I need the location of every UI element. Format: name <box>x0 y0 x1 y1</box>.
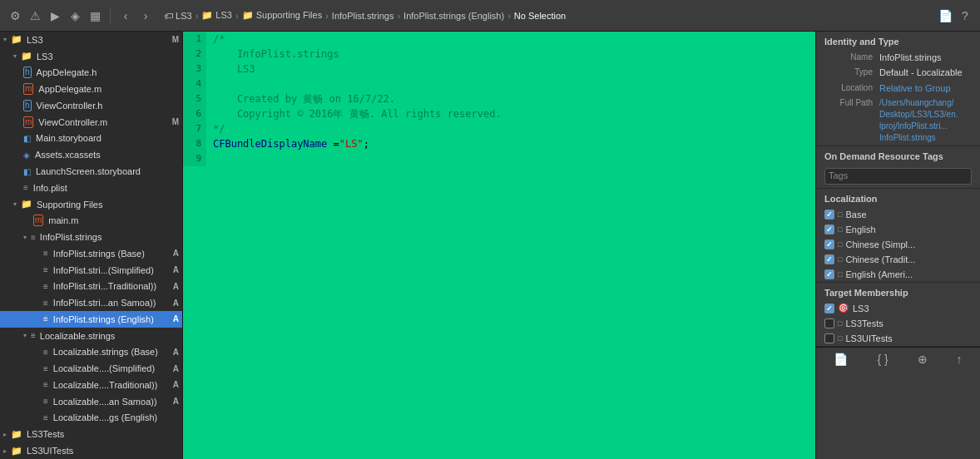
run-stop-icon[interactable]: ▶ <box>47 7 63 24</box>
code-line-6: Copyright © 2016年 黄畅. All rights reserve… <box>213 106 809 121</box>
h-icon2: h <box>23 100 32 111</box>
sidebar-item-ls3-root[interactable]: ▾ 📁 LS3 M <box>0 32 182 48</box>
infoplist-english-badge: A <box>173 314 179 323</box>
launch-icon: ◧ <box>23 167 31 176</box>
localization-base-checkbox[interactable]: ✓ <box>824 210 834 220</box>
sidebar-item-main-m[interactable]: m main.m <box>0 212 182 229</box>
help-icon[interactable]: ? <box>957 7 973 24</box>
inspector-type-row: Type Default - Localizable <box>816 65 980 80</box>
sidebar-label-ls3-root: LS3 <box>27 35 43 45</box>
sidebar-label-ls3uitests: LS3UITests <box>27 446 73 456</box>
sidebar-item-localizable-english[interactable]: ≡ Localizable....gs (English) <box>0 410 182 427</box>
inspector-code-icon[interactable]: { } <box>872 351 893 368</box>
sidebar-item-ls3uitests[interactable]: ▸ 📁 LS3UITests <box>0 442 182 459</box>
sidebar-item-infoplist-english[interactable]: ≡ InfoPlist.strings (English) A <box>0 311 182 328</box>
sep1 <box>110 7 111 24</box>
inspector-type-label: Type <box>824 67 873 76</box>
triangle-infoplist-group: ▾ <box>23 234 27 241</box>
strings-icon5: ≡ <box>43 314 48 323</box>
nav-forward[interactable]: › <box>137 7 154 24</box>
localization-base-icon: □ <box>838 210 842 219</box>
localization-en-ameri-label: English (Ameri... <box>845 269 913 279</box>
inspector-location-value[interactable]: Relative to Group <box>879 82 951 94</box>
bc-supporting[interactable]: 📁 Supporting Files <box>242 10 323 21</box>
sidebar-item-main-storyboard[interactable]: ◧ Main.storyboard <box>0 131 182 147</box>
inspector-doc-icon[interactable]: 📄 <box>829 351 853 368</box>
target-ls3uitests-row: □ LS3UITests <box>816 331 980 346</box>
sidebar-item-localizable-group[interactable]: ▾ ≡ Localizable.strings <box>0 328 182 344</box>
sidebar-item-infoplist-traditional[interactable]: ≡ InfoPlist.stri...Traditional)) A <box>0 278 182 294</box>
target-ls3tests-checkbox[interactable] <box>824 318 834 328</box>
file-icon[interactable]: 📄 <box>937 7 953 24</box>
sidebar-item-ls3tests[interactable]: ▸ 📁 LS3Tests <box>0 426 182 442</box>
inspector-identity-section: Identity and Type Name InfoPlist.strings… <box>816 32 980 146</box>
sidebar-item-supporting-files[interactable]: ▾ 📁 Supporting Files <box>0 196 182 213</box>
sidebar-item-viewcontroller-m[interactable]: m ViewController.m M <box>0 114 182 131</box>
inspector-tags-box[interactable]: Tags <box>824 168 972 185</box>
bc-infoplist[interactable]: InfoPlist.strings <box>332 11 394 21</box>
sidebar-item-infoplist[interactable]: ≡ Info.plist <box>0 180 182 196</box>
warning-icon[interactable]: ⚠ <box>27 7 43 24</box>
sidebar-item-appdelegate-h[interactable]: h AppDelegate.h <box>0 65 182 81</box>
triangle-icon: ▾ <box>3 36 7 43</box>
editor[interactable]: 12345 6789 /* InfoPlist.strings LS3 Crea… <box>183 32 815 459</box>
sidebar-item-ls3[interactable]: ▾ 📁 LS3 <box>0 48 182 65</box>
ls3-folder-icon: 📁 <box>21 51 32 62</box>
sidebar-label-viewcontroller-h: ViewController.h <box>37 101 103 111</box>
sidebar-label-localizable-base: Localizable.strings (Base) <box>53 347 158 357</box>
localization-en-ameri-row: ✓ □ English (Ameri... <box>816 267 980 282</box>
loc-icon3: ≡ <box>43 380 48 389</box>
localization-zh-simp-label: Chinese (Simpl... <box>845 239 915 249</box>
sidebar-label-viewcontroller-m: ViewController.m <box>38 117 107 127</box>
strings-icon4: ≡ <box>43 299 48 308</box>
ls3tests-folder-icon: 📁 <box>11 429 22 440</box>
sidebar-item-launchscreen[interactable]: ◧ LaunchScreen.storyboard <box>0 163 182 180</box>
sidebar-item-infoplist-simplified[interactable]: ≡ InfoPlist.stri...(Simplified) A <box>0 262 182 279</box>
sidebar-label-appdelegate-h: AppDelegate.h <box>37 67 97 77</box>
build-icon[interactable]: ⚙ <box>7 7 23 24</box>
inspector-fullpath-label: Full Path <box>824 97 873 107</box>
inspector-bottom-toolbar: 📄 { } ⊕ ↑ <box>816 347 980 371</box>
localizable-samoa-badge: A <box>173 397 179 406</box>
localization-en-ameri-icon: □ <box>838 270 842 279</box>
sidebar-item-localizable-base[interactable]: ≡ Localizable.strings (Base) A <box>0 344 182 361</box>
target-ls3-checkbox[interactable]: ✓ <box>824 304 834 313</box>
localization-english-checkbox[interactable]: ✓ <box>824 225 834 234</box>
sidebar-item-localizable-traditional[interactable]: ≡ Localizable....Traditional)) A <box>0 377 182 393</box>
inspector-identity-title: Identity and Type <box>816 32 980 50</box>
bc-no-selection: No Selection <box>514 11 566 21</box>
target-ls3uitests-checkbox[interactable] <box>824 333 834 343</box>
toolbar-right: 📄 ? <box>937 7 973 24</box>
sidebar-item-localizable-simplified[interactable]: ≡ Localizable....(Simplified) A <box>0 360 182 377</box>
loc-icon5: ≡ <box>43 413 48 422</box>
sidebar-item-infoplist-base[interactable]: ≡ InfoPlist.strings (Base) A <box>0 245 182 262</box>
sidebar-item-viewcontroller-h[interactable]: h ViewController.h <box>0 97 182 114</box>
localization-en-ameri-checkbox[interactable]: ✓ <box>824 269 834 279</box>
inspector-type-value: Default - Localizable <box>879 67 963 78</box>
bc-ls3-2[interactable]: 📁 LS3 <box>201 10 232 21</box>
inspector-fullpath-row: Full Path /Users/huangchang/Desktop/LS3/… <box>816 96 980 146</box>
code-content[interactable]: /* InfoPlist.strings LS3 Created by 黄畅 o… <box>206 32 815 166</box>
localization-zh-simp-checkbox[interactable]: ✓ <box>824 239 834 249</box>
infoplist-traditional-badge: A <box>173 282 179 291</box>
bc-ls3-1[interactable]: 🏷 LS3 <box>164 11 192 21</box>
sidebar-item-infoplist-samoa[interactable]: ≡ InfoPlist.stri...an Samoa)) A <box>0 294 182 311</box>
inspector-link-icon[interactable]: ⊕ <box>913 351 933 368</box>
inspector: Identity and Type Name InfoPlist.strings… <box>815 32 980 459</box>
code-line-2: InfoPlist.strings <box>213 47 809 62</box>
sidebar-item-appdelegate-m[interactable]: m AppDelegate.m <box>0 81 182 97</box>
target-ls3-row: ✓ 🎯 LS3 <box>816 301 980 316</box>
grid-icon[interactable]: ▦ <box>87 7 103 24</box>
localization-zh-trad-row: ✓ □ Chinese (Tradit... <box>816 252 980 267</box>
sidebar-item-localizable-samoa[interactable]: ≡ Localizable....an Samoa)) A <box>0 393 182 410</box>
sidebar-item-assets[interactable]: ◈ Assets.xcassets <box>0 146 182 163</box>
localization-zh-trad-checkbox[interactable]: ✓ <box>824 254 834 264</box>
inspector-share-icon[interactable]: ↑ <box>952 351 968 368</box>
localization-zh-simp-icon: □ <box>838 240 842 249</box>
nav-back[interactable]: ‹ <box>117 7 134 24</box>
target-ls3tests-label: LS3Tests <box>845 318 883 328</box>
sidebar-item-infoplist-strings-group[interactable]: ▾ ≡ InfoPlist.strings <box>0 229 182 245</box>
bc-english[interactable]: InfoPlist.strings (English) <box>403 11 504 21</box>
scheme-icon[interactable]: ◈ <box>67 7 83 24</box>
infoplist-simplified-badge: A <box>173 265 179 274</box>
